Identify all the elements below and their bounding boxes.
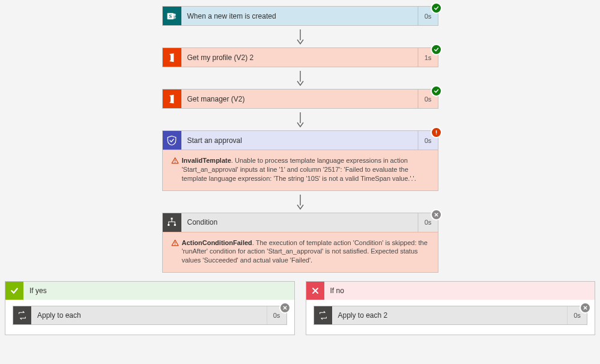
branch-label: If yes bbox=[23, 287, 294, 295]
svg-rect-12 bbox=[171, 218, 173, 220]
check-icon bbox=[5, 282, 23, 300]
status-badge-skipped bbox=[580, 302, 591, 314]
close-icon bbox=[306, 282, 324, 300]
office365-icon bbox=[163, 89, 181, 108]
step-title: Get manager (V2) bbox=[181, 89, 418, 108]
status-badge-skipped bbox=[279, 302, 291, 314]
approval-icon bbox=[163, 131, 181, 150]
loop-icon bbox=[13, 306, 31, 324]
step-start-approval[interactable]: Start an approval 0s InvalidTemplate. Un… bbox=[162, 130, 438, 191]
svg-point-3 bbox=[173, 16, 176, 19]
error-text: InvalidTemplate. Unable to process templ… bbox=[182, 156, 429, 183]
step-title: Start an approval bbox=[181, 131, 418, 150]
step-title: Get my profile (V2) 2 bbox=[181, 48, 418, 67]
error-panel: InvalidTemplate. Unable to process templ… bbox=[163, 150, 438, 190]
flow-arrow bbox=[162, 191, 438, 213]
warning-icon bbox=[171, 156, 182, 183]
step-get-manager[interactable]: Get manager (V2) 0s bbox=[162, 89, 438, 109]
status-badge-success bbox=[431, 2, 442, 14]
svg-point-16 bbox=[174, 244, 175, 244]
status-badge-success bbox=[431, 85, 442, 97]
step-title: Apply to each bbox=[31, 306, 267, 324]
flow-arrow bbox=[162, 67, 438, 89]
svg-rect-14 bbox=[174, 224, 176, 226]
error-panel: ActionConditionFailed. The execution of … bbox=[163, 232, 438, 273]
step-condition[interactable]: Condition 0s ActionConditionFailed. The … bbox=[162, 213, 438, 273]
branch-label: If no bbox=[324, 287, 595, 295]
loop-icon bbox=[314, 306, 332, 324]
step-apply-to-each-2[interactable]: Apply to each 2 0s bbox=[314, 306, 588, 325]
status-badge-error bbox=[431, 127, 442, 138]
step-title: When a new item is created bbox=[181, 7, 418, 25]
svg-point-2 bbox=[173, 13, 176, 16]
branch-if-no[interactable]: If no Apply to each 2 0s bbox=[306, 281, 596, 335]
warning-icon bbox=[171, 238, 182, 265]
sharepoint-icon: S bbox=[163, 7, 181, 25]
condition-icon bbox=[163, 213, 181, 232]
step-trigger[interactable]: S When a new item is created 0s bbox=[162, 6, 438, 26]
office365-icon bbox=[163, 48, 181, 67]
step-title: Apply to each 2 bbox=[332, 306, 568, 324]
status-badge-skipped bbox=[431, 209, 442, 220]
step-apply-to-each[interactable]: Apply to each 0s bbox=[13, 306, 287, 325]
svg-rect-13 bbox=[168, 224, 169, 226]
step-title: Condition bbox=[181, 213, 418, 232]
flow-arrow bbox=[162, 26, 438, 47]
branch-if-yes[interactable]: If yes Apply to each 0s bbox=[5, 281, 295, 335]
svg-point-8 bbox=[174, 162, 175, 163]
step-get-profile[interactable]: Get my profile (V2) 2 1s bbox=[162, 47, 438, 67]
flow-arrow bbox=[162, 109, 438, 130]
svg-text:S: S bbox=[169, 14, 172, 19]
svg-point-10 bbox=[435, 133, 437, 135]
status-badge-success bbox=[431, 44, 442, 55]
error-text: ActionConditionFailed. The execution of … bbox=[182, 238, 429, 265]
